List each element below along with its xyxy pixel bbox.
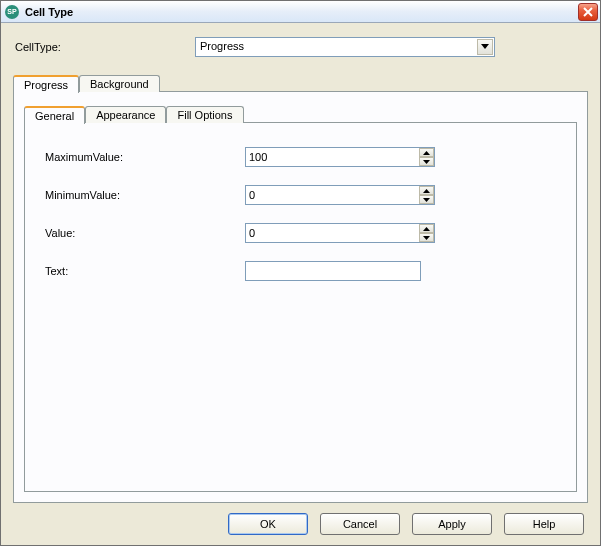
chevron-down-icon [423,236,430,240]
tab-progress-label: Progress [24,79,68,91]
tab-appearance[interactable]: Appearance [85,106,166,123]
celltype-select[interactable]: Progress [195,37,495,57]
value-input[interactable] [245,223,435,243]
row-minimum-value: MinimumValue: [45,185,560,205]
client-area: CellType: Progress Progress Background G… [1,23,600,503]
chevron-up-icon [423,189,430,193]
cancel-button[interactable]: Cancel [320,513,400,535]
help-button[interactable]: Help [504,513,584,535]
value-label: Value: [45,227,245,239]
minimum-value-step-down[interactable] [419,195,434,204]
minimum-value-spinner [419,186,434,204]
outer-tabpanel: General Appearance Fill Options MaximumV… [13,91,588,503]
minimum-value-label: MinimumValue: [45,189,245,201]
text-label: Text: [45,265,245,277]
maximum-value-spinner [419,148,434,166]
tab-appearance-label: Appearance [96,109,155,121]
row-text: Text: [45,261,560,281]
app-icon: SP [5,5,19,19]
maximum-value-label: MaximumValue: [45,151,245,163]
row-value: Value: [45,223,560,243]
ok-button[interactable]: OK [228,513,308,535]
tab-background[interactable]: Background [79,75,160,92]
dialog-window: SP Cell Type CellType: Progress Progress… [0,0,601,546]
minimum-value-step-up[interactable] [419,186,434,195]
minimum-value-field [245,185,435,205]
close-button[interactable] [578,3,598,21]
title-bar: SP Cell Type [1,1,600,23]
chevron-down-icon [481,44,489,50]
inner-tabstrip: General Appearance Fill Options [24,102,577,122]
chevron-down-icon [423,160,430,164]
celltype-label: CellType: [15,41,195,53]
apply-button[interactable]: Apply [412,513,492,535]
celltype-value: Progress [200,40,474,52]
value-field [245,223,435,243]
window-title: Cell Type [25,6,578,18]
tab-general-label: General [35,110,74,122]
text-input[interactable] [245,261,421,281]
chevron-down-icon [423,198,430,202]
tab-background-label: Background [90,78,149,90]
close-icon [583,7,593,17]
chevron-up-icon [423,151,430,155]
celltype-row: CellType: Progress [15,37,588,57]
maximum-value-input[interactable] [245,147,435,167]
dropdown-button[interactable] [477,39,493,55]
tab-fill-options-label: Fill Options [177,109,232,121]
chevron-up-icon [423,227,430,231]
tab-general[interactable]: General [24,106,85,124]
outer-tabstrip: Progress Background [13,71,588,91]
tab-progress[interactable]: Progress [13,75,79,93]
maximum-value-step-up[interactable] [419,148,434,157]
row-maximum-value: MaximumValue: [45,147,560,167]
maximum-value-field [245,147,435,167]
inner-tabpanel: MaximumValue: [24,122,577,492]
button-bar: OK Cancel Apply Help [1,503,600,545]
value-step-down[interactable] [419,233,434,242]
value-spinner [419,224,434,242]
tab-fill-options[interactable]: Fill Options [166,106,243,123]
value-step-up[interactable] [419,224,434,233]
minimum-value-input[interactable] [245,185,435,205]
maximum-value-step-down[interactable] [419,157,434,166]
